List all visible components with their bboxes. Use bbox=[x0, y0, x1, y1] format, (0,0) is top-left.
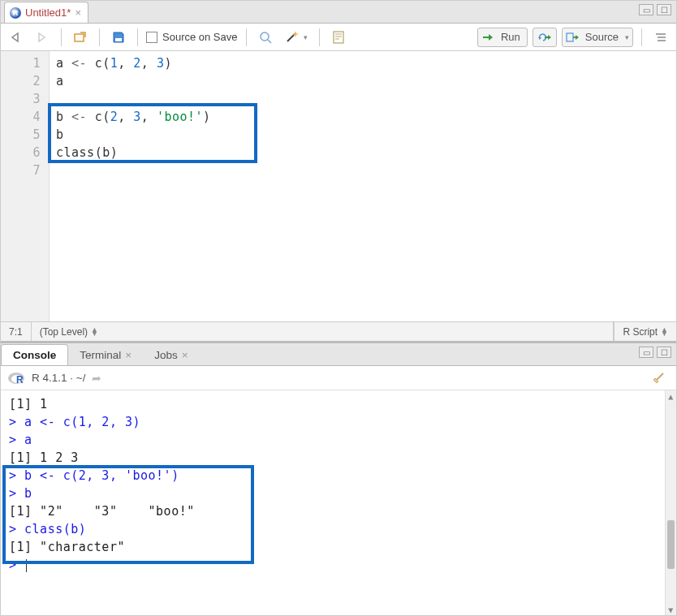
line-gutter: 1 2 3 4 5 6 7 bbox=[1, 51, 50, 321]
forward-button[interactable] bbox=[32, 28, 53, 47]
scope-selector[interactable]: (Top Level) ▲▼ bbox=[32, 322, 614, 341]
source-on-save-label: Source on Save bbox=[162, 31, 238, 43]
show-in-new-window-button[interactable] bbox=[70, 28, 91, 47]
svg-line-3 bbox=[268, 40, 271, 43]
editor-tab[interactable]: R Untitled1* × bbox=[4, 2, 88, 23]
svg-rect-0 bbox=[75, 34, 84, 41]
scroll-down-icon[interactable]: ▼ bbox=[666, 604, 676, 615]
outline-button[interactable] bbox=[650, 28, 671, 47]
tab-title: Untitled1* bbox=[25, 6, 71, 19]
language-selector[interactable]: R Script ▲▼ bbox=[614, 322, 676, 341]
close-icon[interactable]: × bbox=[125, 349, 132, 361]
console-tab-bar: Console Terminal× Jobs× ▭ ☐ bbox=[1, 343, 676, 366]
minimize-pane-icon[interactable]: ▭ bbox=[639, 4, 653, 15]
clear-console-icon[interactable] bbox=[652, 368, 668, 387]
source-on-save-checkbox[interactable] bbox=[146, 32, 157, 43]
tab-console[interactable]: Console bbox=[1, 344, 68, 365]
r-version-label: R 4.1.1 · ~/ bbox=[32, 372, 85, 384]
svg-rect-8 bbox=[334, 32, 343, 43]
maximize-pane-icon[interactable]: ☐ bbox=[657, 4, 671, 15]
back-button[interactable] bbox=[6, 28, 27, 47]
console-pane: Console Terminal× Jobs× ▭ ☐ R R 4.1.1 · … bbox=[1, 343, 676, 615]
close-icon[interactable]: × bbox=[75, 6, 81, 19]
code-line-1[interactable]: a <- c(1, 2, 3) bbox=[56, 54, 676, 72]
code-editor[interactable]: 1 2 3 4 5 6 7 a <- c(1, 2, 3) a b <- c(2… bbox=[1, 51, 676, 321]
svg-rect-1 bbox=[115, 38, 122, 41]
find-button[interactable] bbox=[255, 28, 276, 47]
r-file-icon: R bbox=[10, 7, 21, 19]
console-output[interactable]: [1] 1 > a <- c(1, 2, 3) > a [1] 1 2 3 > … bbox=[1, 390, 676, 615]
code-line-7[interactable] bbox=[56, 162, 676, 179]
compile-report-button[interactable] bbox=[328, 28, 349, 47]
scroll-thumb[interactable] bbox=[667, 520, 675, 569]
svg-text:R: R bbox=[16, 374, 24, 386]
console-line: [1] "character" bbox=[9, 538, 668, 556]
save-button[interactable] bbox=[108, 28, 129, 47]
tab-jobs[interactable]: Jobs× bbox=[143, 344, 199, 365]
console-line: > b bbox=[9, 485, 668, 502]
tab-terminal[interactable]: Terminal× bbox=[68, 344, 143, 365]
r-logo-icon: R bbox=[7, 371, 25, 386]
console-line: > a <- c(1, 2, 3) bbox=[9, 413, 668, 431]
svg-line-22 bbox=[657, 373, 663, 380]
console-scrollbar[interactable]: ▲ ▼ bbox=[665, 390, 676, 615]
minimize-pane-icon[interactable]: ▭ bbox=[639, 347, 653, 358]
code-line-4[interactable]: b <- c(2, 3, 'boo!') bbox=[56, 108, 676, 126]
cursor-position: 7:1 bbox=[1, 322, 32, 341]
source-pane: R Untitled1* × ▭ ☐ Source on Save bbox=[1, 1, 676, 343]
code-line-2[interactable]: a bbox=[56, 72, 676, 90]
editor-tab-bar: R Untitled1* × ▭ ☐ bbox=[1, 1, 676, 24]
svg-point-2 bbox=[261, 32, 269, 41]
scroll-up-icon[interactable]: ▲ bbox=[666, 390, 676, 402]
source-label: Source bbox=[582, 31, 622, 43]
console-line: > a bbox=[9, 431, 668, 449]
console-line: [1] 1 2 3 bbox=[9, 449, 668, 467]
console-line: > class(b) bbox=[9, 520, 668, 538]
console-line: > b <- c(2, 3, 'boo!') bbox=[9, 467, 668, 485]
console-info-bar: R R 4.1.1 · ~/ ➦ bbox=[1, 366, 676, 390]
editor-toolbar: Source on Save ▾ Run Source ▾ bbox=[1, 24, 676, 51]
maximize-pane-icon[interactable]: ☐ bbox=[657, 347, 671, 358]
editor-status-bar: 7:1 (Top Level) ▲▼ R Script ▲▼ bbox=[1, 321, 676, 341]
rerun-button[interactable] bbox=[533, 28, 557, 47]
code-line-3[interactable] bbox=[56, 90, 676, 108]
goto-dir-icon[interactable]: ➦ bbox=[92, 372, 101, 385]
code-area[interactable]: a <- c(1, 2, 3) a b <- c(2, 3, 'boo!') b… bbox=[50, 51, 676, 321]
code-line-5[interactable]: b bbox=[56, 126, 676, 144]
code-line-6[interactable]: class(b) bbox=[56, 144, 676, 162]
run-button[interactable]: Run bbox=[477, 28, 528, 47]
close-icon[interactable]: × bbox=[182, 349, 188, 361]
console-prompt[interactable]: > bbox=[9, 556, 668, 574]
source-button[interactable]: Source ▾ bbox=[562, 28, 633, 47]
console-line: [1] 1 bbox=[9, 395, 668, 413]
console-line: [1] "2" "3" "boo!" bbox=[9, 502, 668, 520]
code-tools-button[interactable]: ▾ bbox=[281, 28, 311, 47]
svg-line-4 bbox=[287, 35, 294, 41]
run-label: Run bbox=[498, 31, 524, 43]
svg-rect-14 bbox=[567, 33, 573, 41]
